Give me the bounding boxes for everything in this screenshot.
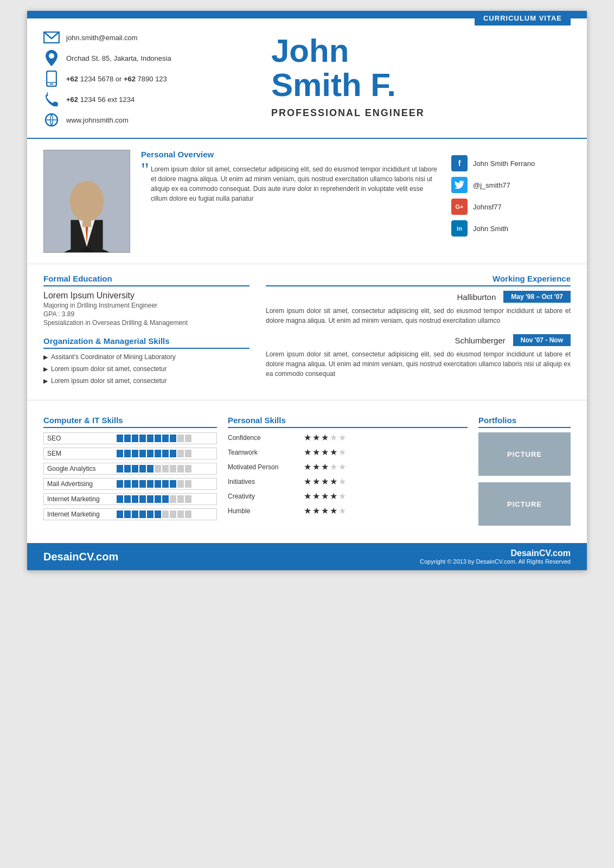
bar-filled xyxy=(117,495,123,503)
personal-skill-row-5: Humble★★★★★ xyxy=(228,506,468,516)
bar-filled xyxy=(147,480,154,488)
personal-skill-name-1: Teamwork xyxy=(228,449,298,456)
star-empty: ★ xyxy=(330,462,337,472)
linkedin-handle: John Smith xyxy=(473,225,508,233)
skill-bars-2 xyxy=(117,465,191,473)
personal-skill-row-0: Confidence★★★★★ xyxy=(228,432,468,443)
profession-title: PROFESSIONAL ENGINEER xyxy=(271,107,571,119)
first-name: John xyxy=(271,35,571,67)
org-item-3: ▶ Lorem ipsum dolor sit amet, consectetu… xyxy=(43,377,250,385)
bar-filled xyxy=(147,465,154,473)
footer-brand-right: DesainCV.com xyxy=(420,548,571,558)
contact-info: john.smith@email.com Orchad St. 85, Jaka… xyxy=(43,29,250,132)
twitter-handle: @j_smith77 xyxy=(473,181,510,189)
quote-mark: " xyxy=(141,160,149,180)
phone2-text: +62 1234 56 ext 1234 xyxy=(66,95,135,104)
stars-3: ★★★★★ xyxy=(304,476,346,487)
star-empty: ★ xyxy=(338,506,346,516)
bar-empty xyxy=(170,465,176,473)
personal-skill-name-4: Creativity xyxy=(228,493,298,500)
header-section: john.smith@email.com Orchad St. 85, Jaka… xyxy=(27,18,587,139)
skill-bars-0 xyxy=(117,435,191,442)
bar-filled xyxy=(147,510,154,518)
bar-filled xyxy=(124,480,131,488)
work-header-1: Halliburton May '98 – Oct '07 xyxy=(266,291,571,303)
bar-filled xyxy=(139,435,146,442)
bar-filled xyxy=(139,495,146,503)
bar-empty xyxy=(170,510,176,518)
edu-specialization: Spesialization in Overseas Drilling & Ma… xyxy=(43,319,250,327)
star-filled: ★ xyxy=(304,491,311,501)
bar-filled xyxy=(170,450,176,457)
edu-institution: Lorem Ipsum University xyxy=(43,291,250,301)
star-filled: ★ xyxy=(304,476,311,487)
bar-empty xyxy=(177,480,184,488)
website-text: www.johnsmith.com xyxy=(66,116,129,124)
computer-skills-section: Computer & IT Skills SEOSEMGoogle Analyt… xyxy=(43,406,217,532)
bar-filled xyxy=(147,495,154,503)
work-desc-1: Lorem ipsum dolor sit amet, consectetur … xyxy=(266,306,571,326)
personal-skill-name-3: Initiatives xyxy=(228,478,298,486)
stars-1: ★★★★★ xyxy=(304,447,346,457)
bar-filled xyxy=(132,510,138,518)
bar-empty xyxy=(185,495,191,503)
stars-2: ★★★★★ xyxy=(304,462,346,472)
skill-row-0: SEO xyxy=(43,432,217,444)
bar-filled xyxy=(132,465,138,473)
bar-filled xyxy=(155,510,161,518)
personal-skill-row-4: Creativity★★★★★ xyxy=(228,491,468,501)
portfolio-item-1: PICTURE xyxy=(478,482,571,526)
phone1-text: +62 1234 5678 or +62 7890 123 xyxy=(66,75,167,83)
skill-name-1: SEM xyxy=(47,450,112,457)
bar-empty xyxy=(177,465,184,473)
personal-skills-list: Confidence★★★★★Teamwork★★★★★Motivated Pe… xyxy=(228,432,468,516)
left-column: Formal Education Lorem Ipsum University … xyxy=(43,264,250,389)
work-header-2: Schlumberger Nov '07 - Now xyxy=(266,334,571,346)
bar-filled xyxy=(155,480,161,488)
main-content: Formal Education Lorem Ipsum University … xyxy=(27,264,587,400)
skill-name-5: Internet Marketing xyxy=(47,510,112,518)
star-filled: ★ xyxy=(312,447,320,457)
personal-skill-row-1: Teamwork★★★★★ xyxy=(228,447,468,457)
star-filled: ★ xyxy=(321,462,329,472)
bar-filled xyxy=(139,480,146,488)
bar-filled xyxy=(132,480,138,488)
linkedin-row: in John Smith xyxy=(451,220,571,237)
svg-point-9 xyxy=(69,181,104,221)
personal-overview-title: Personal Overview xyxy=(141,150,440,159)
bar-filled xyxy=(139,465,146,473)
bar-filled xyxy=(132,435,138,442)
skill-name-3: Mail Advertising xyxy=(47,480,112,488)
bar-empty xyxy=(177,495,184,503)
personal-skill-name-5: Humble xyxy=(228,507,298,515)
bar-empty xyxy=(185,480,191,488)
web-icon xyxy=(43,112,60,128)
skill-bars-5 xyxy=(117,510,191,518)
footer-brand: DesainCV.com xyxy=(43,551,118,563)
org-item-2: ▶ Lorem ipsum dolor sit amet, consectetu… xyxy=(43,365,250,373)
right-column: Working Experience Halliburton May '98 –… xyxy=(266,264,571,389)
personal-skill-name-2: Motivated Person xyxy=(228,463,298,471)
google-handle: Johnsf77 xyxy=(473,203,502,211)
bar-filled xyxy=(162,450,169,457)
svg-point-1 xyxy=(49,53,54,59)
photo-box xyxy=(43,150,130,253)
facebook-icon: f xyxy=(451,155,468,171)
mobile-icon xyxy=(43,71,60,87)
bar-empty xyxy=(177,510,184,518)
twitter-row: @j_smith77 xyxy=(451,177,571,193)
star-filled: ★ xyxy=(321,506,329,516)
stars-5: ★★★★★ xyxy=(304,506,346,516)
edu-major: Majoring in Drilling Instrument Engineer xyxy=(43,302,250,309)
star-empty: ★ xyxy=(338,447,346,457)
skill-row-4: Internet Marketing xyxy=(43,493,217,505)
company-name-1: Halliburton xyxy=(457,292,496,302)
bar-filled xyxy=(117,465,123,473)
svg-rect-10 xyxy=(82,219,91,227)
bar-filled xyxy=(117,450,123,457)
star-filled: ★ xyxy=(312,491,320,501)
arrow-icon-2: ▶ xyxy=(43,366,48,373)
bar-filled xyxy=(132,495,138,503)
google-row: G+ Johnsf77 xyxy=(451,199,571,215)
org-skills-heading: Organization & Managerial Skills xyxy=(43,336,250,349)
